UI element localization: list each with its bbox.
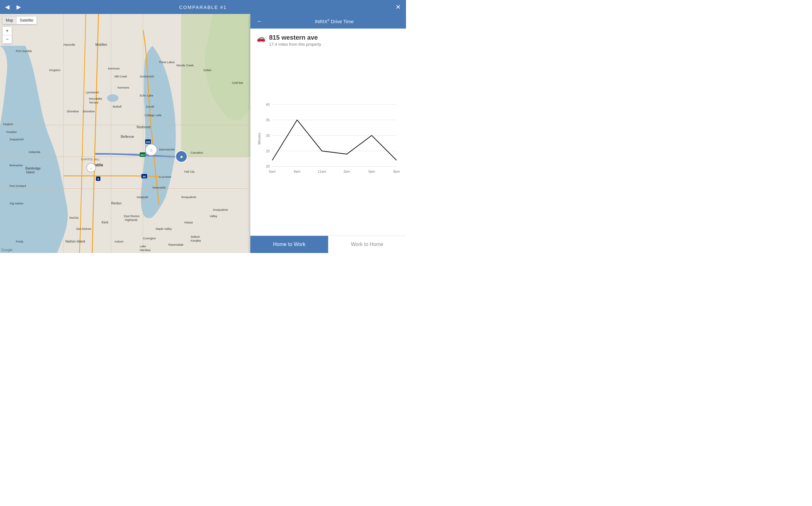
svg-text:Valley: Valley — [210, 215, 217, 218]
svg-text:Bellevue: Bellevue — [121, 135, 134, 139]
svg-text:Vashon Island: Vashon Island — [65, 240, 85, 243]
home-to-work-button[interactable]: Home to Work — [250, 236, 328, 253]
svg-text:Kenmore: Kenmore — [108, 67, 120, 70]
svg-text:Maple Valley: Maple Valley — [156, 227, 172, 231]
svg-text:Purdy: Purdy — [16, 240, 23, 243]
prev-button[interactable]: ◀ — [1, 1, 13, 13]
map-area[interactable]: Seattle Bellevue Redmond Sammamish Bainb… — [0, 14, 406, 253]
property-info: 🚗 815 western ave 17.4 miles from this p… — [257, 34, 400, 47]
inrix-back-button[interactable]: ← — [255, 17, 264, 26]
svg-text:Echo Lake: Echo Lake — [140, 94, 153, 97]
svg-text:Renton: Renton — [111, 201, 121, 205]
svg-text:Hansville: Hansville — [64, 43, 75, 46]
drive-time-chart: 40 35 30 25 20 Minutes — [257, 51, 400, 236]
svg-text:Shoreline: Shoreline — [83, 110, 95, 113]
svg-text:Cottage Lake: Cottage Lake — [145, 114, 162, 117]
close-button[interactable]: ✕ — [393, 1, 403, 13]
inrix-panel-header: ← INRIX® Drive Time — [250, 14, 406, 28]
svg-text:Bremerton: Bremerton — [9, 164, 23, 167]
svg-text:Minutes: Minutes — [257, 133, 261, 145]
top-header: ◀ ▶ COMPARABLE #1 ✕ — [0, 0, 406, 14]
svg-text:Shoreline: Shoreline — [67, 110, 79, 113]
inrix-content: 🚗 815 western ave 17.4 miles from this p… — [250, 28, 406, 236]
zoom-out-button[interactable]: − — [3, 35, 12, 44]
svg-text:Port Gamble: Port Gamble — [16, 50, 32, 53]
svg-text:11am: 11am — [318, 170, 326, 173]
svg-text:Des Moines: Des Moines — [76, 227, 91, 231]
svg-text:SeaTac: SeaTac — [69, 216, 79, 219]
svg-text:Newcastle: Newcastle — [152, 186, 166, 189]
svg-text:Woods Creek: Woods Creek — [176, 64, 194, 67]
svg-text:Three Lakes: Three Lakes — [159, 61, 175, 64]
svg-text:Ravensdale: Ravensdale — [168, 243, 183, 246]
svg-text:Hobart: Hobart — [184, 221, 193, 224]
svg-text:8am: 8am — [294, 170, 301, 173]
svg-text:Bainbridge: Bainbridge — [25, 167, 41, 170]
svg-text:30: 30 — [266, 134, 270, 138]
map-type-map-button[interactable]: Map — [3, 16, 16, 24]
work-to-home-button[interactable]: Work to Home — [328, 236, 406, 253]
svg-text:KLAHANIE: KLAHANIE — [159, 176, 171, 178]
svg-text:Carnation: Carnation — [191, 151, 203, 154]
chart-svg: 40 35 30 25 20 Minutes — [257, 51, 400, 226]
inrix-panel: ← INRIX® Drive Time 🚗 815 western ave 17… — [250, 14, 406, 253]
svg-text:Sultan: Sultan — [203, 69, 212, 72]
svg-text:⌂: ⌂ — [90, 166, 92, 170]
svg-text:Lynnwood: Lynnwood — [86, 91, 99, 94]
svg-text:520: 520 — [140, 154, 145, 157]
next-button[interactable]: ▶ — [13, 1, 25, 13]
svg-text:Sammamish: Sammamish — [159, 148, 175, 151]
svg-text:Fall City: Fall City — [184, 170, 195, 173]
svg-text:Highlands: Highlands — [125, 219, 138, 222]
svg-text:Suquamish: Suquamish — [9, 138, 24, 141]
property-distance: 17.4 miles from this property — [269, 42, 321, 47]
svg-text:5pm: 5pm — [368, 170, 375, 173]
svg-text:Mountlake: Mountlake — [89, 97, 102, 100]
svg-text:Selleck: Selleck — [191, 235, 200, 238]
svg-text:5am: 5am — [269, 170, 276, 173]
svg-text:Meridian: Meridian — [140, 249, 151, 252]
page-title: COMPARABLE #1 — [179, 4, 227, 10]
svg-text:Poulsbo: Poulsbo — [6, 131, 17, 134]
zoom-controls: + − — [3, 27, 12, 44]
svg-text:Lake: Lake — [140, 245, 146, 248]
svg-text:35: 35 — [266, 118, 270, 122]
svg-text:Mill Creek: Mill Creek — [115, 75, 127, 78]
svg-text:40: 40 — [266, 102, 270, 106]
svg-text:Keyport: Keyport — [3, 122, 13, 126]
svg-text:Bothell: Bothell — [113, 105, 122, 108]
svg-text:East Renton: East Renton — [124, 215, 140, 218]
zoom-in-button[interactable]: + — [3, 27, 12, 35]
inrix-panel-title: INRIX® Drive Time — [268, 19, 401, 24]
svg-text:5: 5 — [97, 178, 99, 181]
google-logo: Google — [1, 248, 12, 252]
svg-text:Indianola: Indianola — [28, 151, 40, 154]
map-type-control: Map Satellite — [3, 16, 36, 24]
svg-text:Auburn: Auburn — [115, 240, 124, 243]
svg-text:Snoqualmie: Snoqualmie — [213, 208, 228, 212]
svg-text:Redmond: Redmond — [137, 125, 150, 129]
svg-text:Duvall: Duvall — [146, 105, 154, 108]
svg-text:★: ★ — [179, 154, 183, 159]
svg-text:Kent: Kent — [102, 221, 108, 224]
svg-text:Island: Island — [26, 170, 34, 174]
svg-text:Issaquah: Issaquah — [137, 195, 148, 199]
car-icon: 🚗 — [257, 34, 265, 43]
svg-text:Kingston: Kingston — [49, 69, 60, 72]
svg-text:Covington: Covington — [143, 237, 156, 240]
svg-text:Kenmore: Kenmore — [118, 86, 129, 89]
svg-text:Snoqualmie: Snoqualmie — [181, 195, 196, 199]
svg-text:Port Orchard: Port Orchard — [9, 184, 26, 188]
svg-text:20: 20 — [266, 164, 270, 168]
svg-text:405: 405 — [146, 141, 150, 144]
svg-text:CAPITOL HILL: CAPITOL HILL — [81, 158, 100, 161]
svg-point-1 — [107, 94, 119, 102]
svg-text:Gig Harbor: Gig Harbor — [9, 202, 23, 205]
map-type-satellite-button[interactable]: Satellite — [16, 16, 36, 24]
svg-text:Terrace: Terrace — [89, 101, 98, 104]
svg-text:8pm: 8pm — [393, 170, 400, 173]
svg-text:90: 90 — [143, 175, 146, 178]
svg-text:25: 25 — [266, 149, 270, 153]
svg-text:⌂: ⌂ — [150, 147, 152, 152]
svg-text:Gold Bar: Gold Bar — [232, 81, 243, 84]
